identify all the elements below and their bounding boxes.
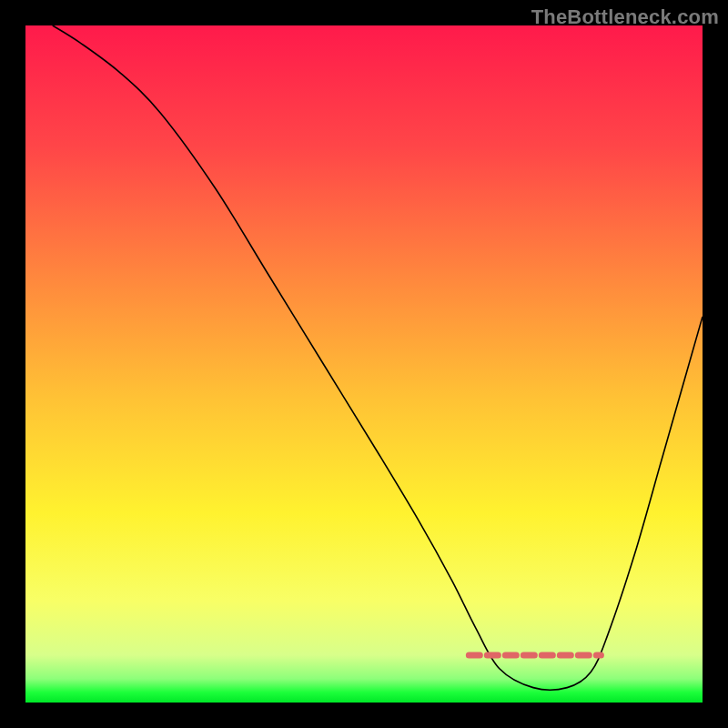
- chart-svg: [25, 25, 703, 703]
- gradient-background: [25, 25, 703, 703]
- plot-area: [25, 25, 703, 703]
- chart-container: TheBottleneck.com: [0, 0, 728, 728]
- watermark-text: TheBottleneck.com: [531, 5, 719, 29]
